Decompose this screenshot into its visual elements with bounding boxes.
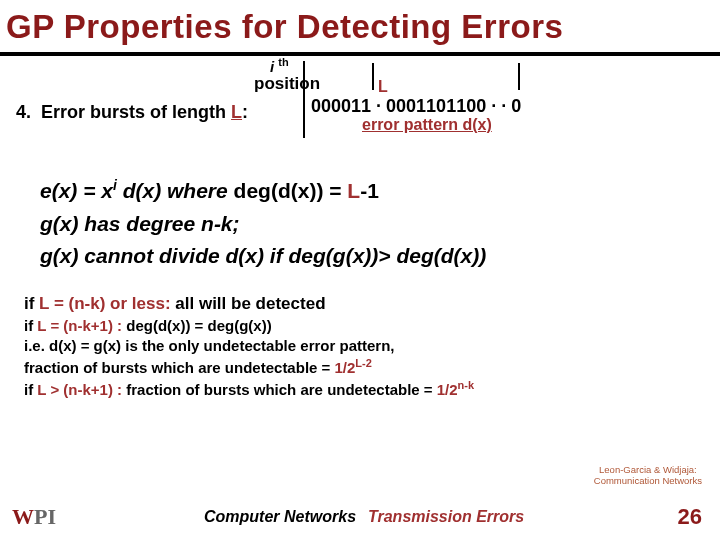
if-res-1: all will be detected bbox=[171, 294, 326, 313]
eq-minus1: -1 bbox=[360, 179, 379, 202]
if-row-5: if L > (n-k+1) : fraction of bursts whic… bbox=[24, 378, 704, 400]
l-span-right bbox=[518, 63, 520, 90]
position-label: position bbox=[254, 74, 320, 94]
slide-title: GP Properties for Detecting Errors bbox=[6, 8, 714, 46]
ith-label: i th bbox=[270, 56, 289, 75]
L-underlined: L bbox=[231, 102, 242, 122]
l-span-label: L bbox=[378, 78, 388, 96]
if-row-4: fraction of bursts which are undetectabl… bbox=[24, 356, 704, 378]
if-cond-2: L = (n-k+1) : bbox=[37, 317, 122, 334]
wpi-logo: W PI bbox=[12, 500, 76, 532]
if-res-2: deg(d(x)) = deg(g(x)) bbox=[122, 317, 272, 334]
if-kw-1: if bbox=[24, 294, 39, 313]
attribution-l2: Communication Networks bbox=[594, 476, 702, 486]
bullet-num: 4. bbox=[16, 102, 31, 122]
if-frac-sup-2: n-k bbox=[458, 379, 475, 391]
footer: W PI Computer Networks Transmission Erro… bbox=[0, 500, 720, 540]
eq-line-2: g(x) has degree n-k; bbox=[40, 208, 704, 241]
eq-L: L bbox=[347, 179, 360, 202]
if-frac-text: fraction of bursts which are undetectabl… bbox=[24, 359, 334, 376]
if-res-3: fraction of bursts which are undetectabl… bbox=[122, 381, 437, 398]
bit-pattern: 000011 · 0001101100 · · 0 bbox=[311, 96, 521, 117]
attribution: Leon-Garcia & Widjaja: Communication Net… bbox=[594, 465, 702, 486]
eq-dx: d(x) where bbox=[117, 179, 234, 202]
footer-course: Computer Networks bbox=[204, 508, 356, 526]
error-pattern-label: error pattern d(x) bbox=[362, 116, 492, 134]
slide-number: 26 bbox=[678, 504, 702, 530]
attribution-l1: Leon-Garcia & Widjaja: bbox=[594, 465, 702, 475]
if-row-1: if L = (n-k) or less: all will be detect… bbox=[24, 293, 704, 316]
svg-text:W: W bbox=[12, 504, 34, 529]
title-bar: GP Properties for Detecting Errors bbox=[0, 0, 720, 56]
if-frac-val: 1/2 bbox=[334, 359, 355, 376]
divider-vertical bbox=[303, 61, 305, 138]
bullet-text: Error bursts of length bbox=[41, 102, 231, 122]
th-super: th bbox=[278, 56, 288, 68]
eq-line-3: g(x) cannot divide d(x) if deg(g(x))> de… bbox=[40, 240, 704, 273]
if-cond-1: L = (n-k) or less: bbox=[39, 294, 170, 313]
if-frac-sup: L-2 bbox=[355, 357, 372, 369]
if-row-3: i.e. d(x) = g(x) is the only undetectabl… bbox=[24, 336, 704, 356]
if-block: if L = (n-k) or less: all will be detect… bbox=[16, 293, 704, 401]
eq-ex: e(x) = x bbox=[40, 179, 113, 202]
equation-block: e(x) = xi d(x) where deg(d(x)) = L-1 g(x… bbox=[16, 175, 704, 273]
svg-text:PI: PI bbox=[34, 504, 56, 529]
if-kw-2: if bbox=[24, 317, 37, 334]
footer-topic: Transmission Errors bbox=[368, 508, 524, 526]
i-italic: i bbox=[270, 58, 274, 75]
eq-line-1: e(x) = xi d(x) where deg(d(x)) = L-1 bbox=[40, 175, 704, 208]
if-cond-3: L > (n-k+1) : bbox=[37, 381, 122, 398]
l-span-left bbox=[372, 63, 374, 90]
if-kw-3: if bbox=[24, 381, 37, 398]
if-frac-val-2: 1/2 bbox=[437, 381, 458, 398]
bullet-colon: : bbox=[242, 102, 248, 122]
eq-deg: deg(d(x)) = bbox=[234, 179, 348, 202]
slide-content: i th position L 4. Error bursts of lengt… bbox=[0, 56, 720, 401]
if-row-2: if L = (n-k+1) : deg(d(x)) = deg(g(x)) bbox=[24, 316, 704, 336]
